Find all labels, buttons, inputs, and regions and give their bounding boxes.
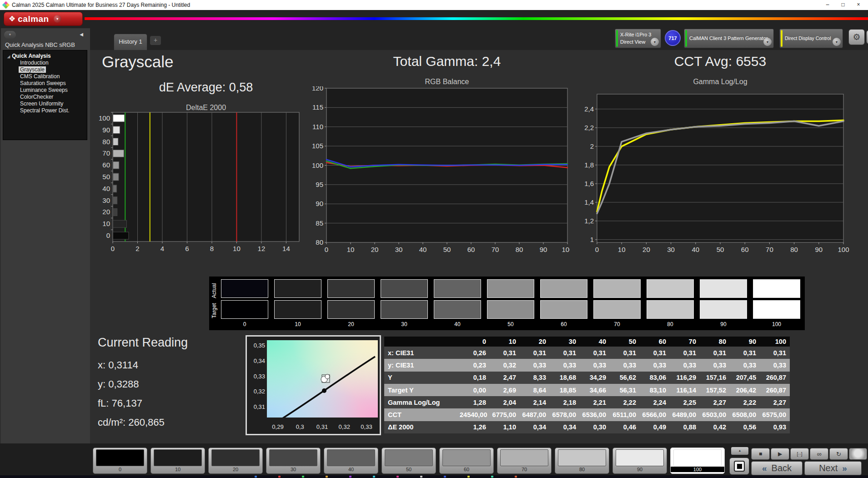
svg-text:0: 0 (325, 246, 328, 253)
svg-text:8: 8 (210, 245, 214, 252)
svg-text:115: 115 (312, 103, 323, 111)
taskbar-icon-dot (373, 476, 375, 478)
patch-column: 90 (700, 279, 747, 330)
app-icon (3, 2, 9, 8)
svg-text:70: 70 (766, 246, 773, 253)
close-button[interactable]: × (851, 0, 866, 10)
sidebar-item-quick-analysis[interactable]: ◢Quick Analysis (7, 53, 87, 59)
patch-column: 30 (381, 279, 428, 330)
calman-logo-icon: ❖ (9, 14, 15, 24)
collapse-up-button[interactable]: ▲ (731, 447, 748, 455)
table-row-label: x: CIE31 (384, 349, 460, 357)
refresh-button[interactable]: ↻ (829, 448, 848, 460)
window-title: Calman 2025 Calman Ultimate for Business… (12, 2, 190, 8)
grayscale-level-button-10[interactable]: 10 (151, 448, 205, 474)
target-patch (327, 300, 375, 319)
table-cell: 0,49 (640, 423, 670, 431)
minimize-button[interactable]: – (820, 0, 835, 10)
sidebar-item-spectral-power-dist[interactable]: Spectral Power Dist. (19, 107, 71, 114)
next-button[interactable]: Next » (804, 461, 862, 475)
grayscale-level-buttons: 0102030405060708090100 (93, 448, 725, 474)
svg-text:100: 100 (838, 246, 849, 253)
table-cell: 0,33 (730, 362, 760, 369)
svg-text:70: 70 (492, 246, 499, 253)
patch-row-labels: Actual Target (209, 277, 220, 330)
svg-text:100: 100 (562, 246, 570, 253)
sidebar-item-cms-calibration[interactable]: CMS Calibration (19, 73, 61, 80)
sidebar-item-luminance-sweeps[interactable]: Luminance Sweeps (19, 87, 69, 93)
taskbar-icon-dot (515, 476, 517, 478)
pattern-window-button[interactable] (729, 458, 749, 475)
grayscale-level-button-30[interactable]: 30 (266, 448, 321, 474)
target-patch (274, 300, 321, 319)
chevron-down-icon[interactable]: ▼ (833, 38, 841, 46)
grayscale-level-button-60[interactable]: 60 (439, 448, 494, 474)
table-cell: 6775,00 (490, 411, 520, 418)
svg-text:1,2: 1,2 (584, 217, 594, 225)
table-cell: 8,33 (520, 374, 550, 381)
stop-button[interactable]: ■ (751, 448, 770, 460)
table-column-header: 60 (640, 338, 670, 345)
settings-button[interactable]: ⚙ (848, 29, 865, 45)
table-cell: 1,26 (460, 423, 490, 431)
table-cell: 0,31 (610, 349, 640, 357)
chevron-double-left-icon: « (762, 463, 767, 473)
grayscale-level-button-70[interactable]: 70 (497, 448, 552, 474)
grayscale-level-button-50[interactable]: 50 (381, 448, 436, 474)
maximize-button[interactable]: □ (835, 0, 851, 10)
taskbar-icon-dot (278, 476, 281, 478)
patch-column: 10 (274, 279, 321, 330)
svg-text:70: 70 (102, 149, 110, 157)
table-cell: 0,31 (760, 349, 790, 357)
svg-text:1,8: 1,8 (584, 161, 594, 169)
edge-partial-button[interactable] (866, 30, 868, 44)
workflow-menu-button[interactable]: ● (4, 31, 16, 39)
level-swatch (327, 449, 375, 466)
svg-text:90: 90 (316, 200, 323, 207)
pattern-generator-selector[interactable]: CalMAN Client 3 Pattern Generator ▼ (684, 29, 774, 48)
add-tab-button[interactable]: + (150, 36, 161, 45)
calman-menu-button[interactable]: ❖ calman ▼ (4, 12, 83, 26)
grayscale-level-button-20[interactable]: 20 (208, 448, 263, 474)
continuous-read-button[interactable]: ∞ (810, 448, 828, 460)
meter-status-indicator (616, 30, 618, 47)
chevron-down-icon[interactable]: ▼ (651, 38, 659, 46)
sidebar-item-introduction[interactable]: Introduction (19, 60, 50, 66)
grayscale-level-button-100[interactable]: 100 (670, 448, 725, 474)
current-reading-title: Current Reading (98, 336, 188, 350)
sidebar-collapse-button[interactable]: ◀ (76, 30, 86, 39)
svg-text:90: 90 (102, 126, 110, 134)
table-column-header: 100 (760, 338, 790, 345)
pattern-options-button[interactable]: [··] (790, 448, 809, 460)
sidebar-item-screen-uniformity[interactable]: Screen Uniformity (19, 101, 65, 107)
table-cell: 8,64 (520, 387, 550, 394)
svg-text:2,4: 2,4 (584, 105, 594, 113)
play-button[interactable]: ▶ (771, 448, 789, 460)
svg-text:12: 12 (258, 245, 266, 252)
back-button[interactable]: « Back (751, 461, 803, 475)
play-icon: ▶ (778, 451, 782, 457)
next-button-label: Next (819, 463, 838, 473)
meter-count-badge[interactable]: 717 (665, 30, 681, 46)
calman-logo-text: calman (18, 14, 49, 24)
sidebar-item-saturation-sweeps[interactable]: Saturation Sweeps (19, 80, 67, 86)
sidebar-item-grayscale[interactable]: Grayscale (19, 66, 46, 73)
grayscale-level-button-80[interactable]: 80 (555, 448, 609, 474)
table-cell: 0,18 (460, 374, 490, 381)
grayscale-level-button-90[interactable]: 90 (612, 448, 667, 474)
table-cell: 34,29 (580, 374, 610, 381)
taskbar-icon-dot (420, 476, 422, 478)
grayscale-level-button-0[interactable]: 0 (93, 448, 147, 474)
extra-transport-button[interactable] (849, 448, 867, 460)
actual-patch (647, 279, 694, 298)
grayscale-level-button-40[interactable]: 40 (324, 448, 378, 474)
meter-selector[interactable]: X-Rite i1Pro 3 Direct View ▼ (615, 29, 661, 48)
tree-expander-icon[interactable]: ◢ (7, 55, 10, 59)
patch-column: 60 (540, 279, 587, 330)
tab-history-1[interactable]: History 1 (114, 34, 147, 50)
chevron-down-icon[interactable]: ▼ (763, 38, 772, 46)
pattern-icon: [··] (797, 452, 802, 457)
display-control-selector[interactable]: Direct Display Control ▼ (779, 29, 843, 48)
svg-text:30: 30 (667, 246, 675, 253)
sidebar-item-colorchecker[interactable]: ColorChecker (19, 94, 55, 100)
